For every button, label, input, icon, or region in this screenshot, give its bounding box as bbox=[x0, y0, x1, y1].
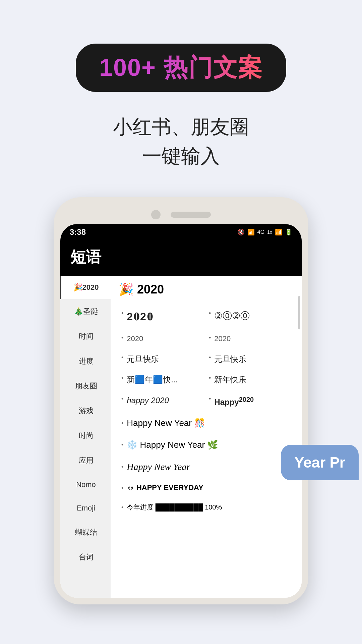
sidebar-item-emoji[interactable]: Emoji bbox=[60, 496, 111, 520]
list-item[interactable]: • ☺ HAPPY EVERYDAY bbox=[119, 478, 294, 498]
list-item[interactable]: • 元旦快乐 bbox=[206, 349, 294, 370]
badge-number: 100+ bbox=[99, 54, 164, 81]
section-year: 2020 bbox=[137, 282, 164, 297]
phone-screen: 3:38 🔇 📶 4G 1x 📶 🔋 短语 bbox=[60, 224, 302, 598]
page-container: 100+ 热门文案 小红书、朋友圈 一键输入 3:38 🔇 📶 bbox=[0, 0, 362, 644]
tooltip-bubble: Year Pr bbox=[281, 445, 359, 480]
badge-label: 热门文案 bbox=[164, 54, 263, 81]
list-item[interactable]: • 新年快乐 bbox=[206, 369, 294, 390]
sidebar-item-friends[interactable]: 朋友圈 bbox=[60, 374, 111, 398]
list-item[interactable]: • Happy New Year bbox=[119, 455, 294, 478]
phone-mockup: 3:38 🔇 📶 4G 1x 📶 🔋 短语 bbox=[44, 197, 318, 604]
subtitle: 小红书、朋友圈 一键输入 bbox=[113, 112, 249, 170]
list-item[interactable]: • 2020 bbox=[119, 329, 206, 349]
list-item[interactable]: • Happy New Year 🎊 bbox=[119, 412, 294, 434]
scrollbar[interactable] bbox=[298, 296, 300, 329]
phone-top-bar bbox=[60, 204, 302, 224]
section-title: 🎉 2020 bbox=[119, 282, 294, 297]
sidebar: 🎉2020 🎄圣诞 时间 进度 朋友圈 游戏 时尚 应用 Nomo Emoji … bbox=[60, 276, 111, 598]
phone-outer: 3:38 🔇 📶 4G 1x 📶 🔋 短语 bbox=[54, 197, 308, 604]
list-item[interactable]: • ❄️ Happy New Year 🌿 bbox=[119, 434, 294, 455]
section-emoji: 🎉 bbox=[119, 282, 134, 297]
list-item[interactable]: • happy 2020 bbox=[119, 390, 206, 413]
sidebar-item-game[interactable]: 游戏 bbox=[60, 398, 111, 423]
items-grid: • 2𝟎2𝟎 • ②⓪②⓪ • 2020 bbox=[119, 305, 294, 517]
list-item[interactable]: • 新🟦年🟦快... bbox=[119, 369, 206, 390]
sidebar-item-nomo[interactable]: Nomo bbox=[60, 473, 111, 496]
sidebar-item-2020[interactable]: 🎉2020 bbox=[60, 276, 111, 299]
sidebar-item-apps[interactable]: 应用 bbox=[60, 448, 111, 473]
list-item[interactable]: • 2020 bbox=[206, 329, 294, 349]
main-content: 🎉 2020 • 2𝟎2𝟎 • ② bbox=[111, 276, 302, 598]
status-time: 3:38 bbox=[70, 227, 86, 237]
list-item[interactable]: • 2𝟎2𝟎 bbox=[119, 305, 206, 329]
list-item[interactable]: • 元旦快乐 bbox=[119, 349, 206, 370]
sidebar-item-christmas[interactable]: 🎄圣诞 bbox=[60, 299, 111, 324]
sidebar-item-progress[interactable]: 进度 bbox=[60, 349, 111, 374]
status-icons: 🔇 📶 4G 1x 📶 🔋 bbox=[237, 228, 292, 236]
app-title: 短语 bbox=[70, 248, 101, 266]
phone-camera bbox=[151, 210, 161, 219]
sidebar-item-fashion[interactable]: 时尚 bbox=[60, 423, 111, 448]
sidebar-item-lines[interactable]: 台词 bbox=[60, 545, 111, 570]
phone-speaker bbox=[171, 212, 211, 218]
top-badge: 100+ 热门文案 bbox=[76, 44, 286, 92]
app-header: 短语 bbox=[60, 240, 302, 276]
sidebar-item-time[interactable]: 时间 bbox=[60, 324, 111, 349]
list-item[interactable]: • Happy2020 bbox=[206, 390, 294, 413]
app-content: 🎉2020 🎄圣诞 时间 进度 朋友圈 游戏 时尚 应用 Nomo Emoji … bbox=[60, 276, 302, 598]
sidebar-item-bow[interactable]: 蝴蝶结 bbox=[60, 520, 111, 545]
list-item[interactable]: • ②⓪②⓪ bbox=[206, 305, 294, 329]
list-item[interactable]: • 今年进度 ██████████ 100% bbox=[119, 498, 294, 517]
status-bar: 3:38 🔇 📶 4G 1x 📶 🔋 bbox=[60, 224, 302, 240]
tooltip-text: Year Pr bbox=[294, 454, 345, 471]
